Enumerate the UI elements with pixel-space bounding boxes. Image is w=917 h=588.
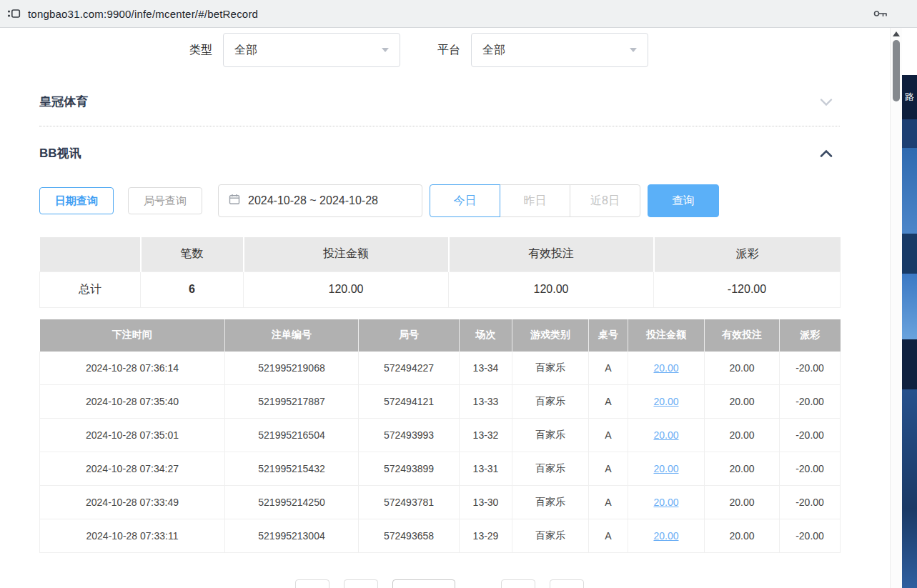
table-cell: 521995219068 bbox=[225, 352, 359, 385]
column-header: 派彩 bbox=[780, 319, 841, 352]
summary-total-label: 总计 bbox=[40, 271, 141, 307]
table-cell: 20.00 bbox=[705, 486, 780, 519]
filter-row: 类型 全部 平台 全部 bbox=[39, 32, 840, 68]
page-number-input[interactable] bbox=[392, 579, 455, 588]
date-range-picker[interactable]: 2024-10-28 ~ 2024-10-28 bbox=[218, 184, 422, 217]
column-header: 游戏类别 bbox=[512, 319, 589, 352]
chevron-down-icon bbox=[630, 48, 637, 52]
bet-amount-link[interactable]: 20.00 bbox=[653, 530, 678, 542]
table-cell: A bbox=[589, 385, 628, 419]
last-8-days-button[interactable]: 近8日 bbox=[570, 184, 640, 217]
summary-valid-bet: 120.00 bbox=[449, 271, 654, 307]
strip-segment bbox=[902, 234, 917, 274]
url-text[interactable]: tongbao31.com:9900/infe/mcenter/#/betRec… bbox=[28, 8, 258, 20]
chevron-up-icon[interactable] bbox=[820, 149, 833, 159]
bet-amount-link[interactable]: 20.00 bbox=[653, 497, 678, 508]
calendar-icon bbox=[229, 194, 240, 208]
first-page-button[interactable] bbox=[295, 579, 329, 588]
scrollbar-thumb[interactable] bbox=[893, 40, 900, 101]
table-cell: A bbox=[589, 519, 628, 553]
search-button[interactable]: 查询 bbox=[648, 184, 719, 217]
summary-header-payout: 派彩 bbox=[654, 237, 841, 271]
bet-amount-link[interactable]: 20.00 bbox=[653, 396, 678, 407]
table-cell: 13-31 bbox=[460, 452, 512, 486]
platform-select[interactable]: 全部 bbox=[471, 33, 648, 67]
quick-date-group: 今日 昨日 近8日 bbox=[430, 184, 640, 217]
summary-payout: -120.00 bbox=[654, 271, 841, 307]
type-select[interactable]: 全部 bbox=[223, 33, 400, 67]
strip-segment bbox=[902, 274, 917, 339]
table-cell: 百家乐 bbox=[512, 452, 589, 486]
table-cell: 2024-10-28 07:34:27 bbox=[40, 452, 225, 486]
right-edge-strip: 路 bbox=[902, 28, 917, 588]
round-query-button[interactable]: 局号查询 bbox=[128, 187, 202, 214]
section-crown-sports[interactable]: 皇冠体育 bbox=[39, 76, 840, 126]
table-cell: A bbox=[589, 419, 628, 452]
summary-bet-amount: 120.00 bbox=[244, 271, 449, 307]
table-cell: 20.00 bbox=[628, 385, 705, 419]
pagination bbox=[39, 579, 840, 588]
table-row: 2024-10-28 07:33:49521995214250572493781… bbox=[40, 486, 841, 519]
platform-label: 平台 bbox=[437, 43, 460, 58]
type-select-value: 全部 bbox=[234, 43, 257, 58]
summary-table: 笔数 投注金额 有效投注 派彩 总计 6 120.00 120.00 -120.… bbox=[39, 237, 841, 308]
bet-records-table: 下注时间注单编号局号场次游戏类别桌号投注金额有效投注派彩 2024-10-28 … bbox=[39, 319, 841, 554]
next-page-button[interactable] bbox=[501, 579, 535, 588]
bet-record-page: 类型 全部 平台 全部 皇冠体育 BB视讯 bbox=[0, 28, 890, 588]
strip-segment bbox=[902, 148, 917, 234]
table-cell: -20.00 bbox=[780, 486, 841, 519]
table-cell: -20.00 bbox=[780, 352, 841, 385]
summary-header-empty bbox=[40, 237, 141, 271]
column-header: 下注时间 bbox=[40, 319, 225, 352]
chevron-down-icon[interactable] bbox=[820, 97, 833, 107]
type-label: 类型 bbox=[189, 43, 212, 58]
prev-page-button[interactable] bbox=[344, 579, 378, 588]
table-cell: 521995213004 bbox=[225, 519, 359, 553]
date-query-button[interactable]: 日期查询 bbox=[39, 187, 114, 214]
column-header: 局号 bbox=[359, 319, 460, 352]
table-cell: 13-30 bbox=[460, 486, 512, 519]
table-cell: -20.00 bbox=[780, 419, 841, 452]
site-tab-icon[interactable] bbox=[6, 8, 21, 19]
summary-header-valid-bet: 有效投注 bbox=[449, 237, 654, 271]
bet-amount-link[interactable]: 20.00 bbox=[653, 463, 678, 474]
bet-amount-link[interactable]: 20.00 bbox=[653, 362, 678, 374]
table-cell: 521995215432 bbox=[225, 452, 359, 486]
bet-amount-link[interactable]: 20.00 bbox=[653, 429, 678, 441]
browser-address-bar: tongbao31.com:9900/infe/mcenter/#/betRec… bbox=[0, 0, 917, 28]
table-cell: 2024-10-28 07:36:14 bbox=[40, 352, 225, 385]
summary-count: 6 bbox=[141, 271, 244, 307]
last-page-button[interactable] bbox=[550, 579, 584, 588]
column-header: 投注金额 bbox=[628, 319, 705, 352]
table-cell: 20.00 bbox=[705, 385, 780, 419]
table-cell: 20.00 bbox=[705, 519, 780, 553]
table-cell: 20.00 bbox=[628, 419, 705, 452]
vertical-scrollbar[interactable] bbox=[890, 28, 902, 588]
table-cell: 2024-10-28 07:33:49 bbox=[40, 486, 225, 519]
strip-segment bbox=[902, 119, 917, 148]
today-button[interactable]: 今日 bbox=[430, 184, 500, 217]
table-cell: 521995217887 bbox=[225, 385, 359, 419]
strip-segment bbox=[902, 339, 917, 389]
table-cell: 20.00 bbox=[705, 352, 780, 385]
section-bb-video[interactable]: BB视讯 bbox=[39, 126, 840, 169]
table-cell: -20.00 bbox=[780, 385, 841, 419]
table-cell: 572494121 bbox=[359, 385, 460, 419]
summary-header-bet-amount: 投注金额 bbox=[244, 237, 449, 271]
table-cell: 20.00 bbox=[628, 352, 705, 385]
scroll-up-arrow-icon[interactable] bbox=[893, 31, 900, 36]
summary-header-count: 笔数 bbox=[141, 237, 244, 271]
table-cell: A bbox=[589, 352, 628, 385]
table-row: 2024-10-28 07:35:40521995217887572494121… bbox=[40, 385, 841, 419]
table-cell: 572493781 bbox=[359, 486, 460, 519]
yesterday-button[interactable]: 昨日 bbox=[500, 184, 570, 217]
strip-label: 路 bbox=[902, 75, 917, 119]
table-cell: 20.00 bbox=[705, 419, 780, 452]
table-cell: 572493993 bbox=[359, 419, 460, 452]
table-cell: 百家乐 bbox=[512, 385, 589, 419]
table-row: 2024-10-28 07:35:01521995216504572493993… bbox=[40, 419, 841, 452]
key-icon[interactable] bbox=[873, 8, 888, 22]
table-cell: 521995214250 bbox=[225, 486, 359, 519]
table-cell: 13-29 bbox=[460, 519, 512, 553]
table-cell: 百家乐 bbox=[512, 486, 589, 519]
